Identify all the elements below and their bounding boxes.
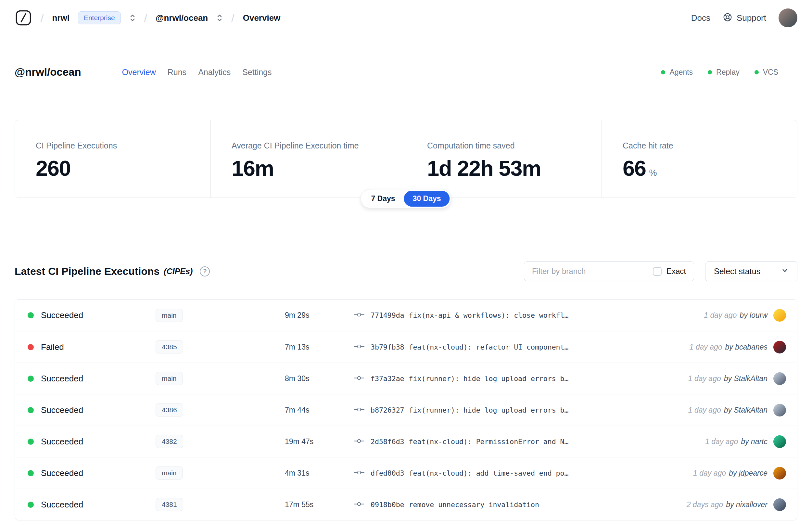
author: by jdpearce [729,469,767,478]
duration-label: 7m 44s [285,406,309,414]
table-row[interactable]: Failed 4385 7m 13s 3b79fb38feat(nx-cloud… [15,331,797,363]
user-avatar[interactable] [779,9,797,27]
breadcrumb-page: Overview [243,13,281,23]
tab-runs[interactable]: Runs [168,68,186,77]
exact-filter: Exact [645,261,694,281]
table-row[interactable]: Succeeded 4381 17m 55s 0918b0beremove un… [15,489,797,520]
branch-badge[interactable]: main [156,466,183,480]
commit-message[interactable]: b8726327fix(runner): hide log upload err… [371,406,568,414]
cipes-controls: Exact Select status [524,261,797,281]
table-row[interactable]: Succeeded 4382 19m 47s 2d58f6d3feat(nx-c… [15,425,797,457]
workspace-tabs: Overview Runs Analytics Settings [122,68,272,77]
status-dot [28,439,34,445]
duration-label: 9m 29s [285,311,309,319]
table-row[interactable]: Succeeded main 4m 31s dfed80d3feat(nx-cl… [15,457,797,489]
range-7-days-button[interactable]: 7 Days [362,191,404,207]
timestamp: 1 day ago [693,469,726,478]
status-select-label: Select status [714,267,760,276]
range-30-days-button[interactable]: 30 Days [404,191,450,207]
commit-message[interactable]: 2d58f6d3feat(nx-cloud): PermissionError … [371,438,568,446]
timestamp: 2 days ago [687,500,723,509]
timestamp: 1 day ago [688,406,721,415]
workspace-switcher-icon[interactable] [216,13,223,22]
author: by StalkAltan [724,406,767,415]
branch-badge[interactable]: main [156,372,183,385]
commit-hash: 3b79fb38 [371,343,404,351]
table-row[interactable]: Succeeded main 9m 29s 771499dafix(nx-api… [15,300,797,331]
commit-message[interactable]: 771499dafix(nx-api & workflows): close w… [371,311,568,319]
commit-message[interactable]: f37a32aefix(runner): hide log upload err… [371,375,568,383]
stat-computation-time-saved: Computation time saved 1d 22h 53m [406,120,601,197]
duration-label: 8m 30s [285,374,309,383]
status-label: Succeeded [41,310,83,320]
cipes-title: Latest CI Pipeline Executions [15,266,159,278]
commit-hash: 771499da [371,311,404,319]
branch-badge[interactable]: 4385 [156,341,183,354]
help-icon[interactable]: ? [200,266,210,276]
commit-message[interactable]: 0918b0beremove unnecessary invalidation [371,501,539,509]
avatar [773,404,786,417]
breadcrumb-separator: / [231,12,234,24]
tab-overview[interactable]: Overview [122,68,156,77]
workspace-header: @nrwl/ocean Overview Runs Analytics Sett… [15,66,797,78]
support-label: Support [737,13,766,23]
stat-unit: % [649,168,657,178]
table-row[interactable]: Succeeded main 8m 30s f37a32aefix(runner… [15,363,797,394]
service-replay[interactable]: Replay [708,68,739,77]
breadcrumb-org[interactable]: nrwl [52,13,69,23]
timestamp: 1 day ago [688,374,721,383]
service-vcs[interactable]: VCS [754,68,778,77]
branch-filter-input[interactable] [524,261,645,281]
status-dot-green [754,70,759,74]
commit-message-text: fix(runner): hide log upload errors b… [409,406,569,414]
org-switcher-icon[interactable] [129,13,136,22]
docs-link[interactable]: Docs [691,13,710,23]
status-select-dropdown[interactable]: Select status [705,261,797,281]
page-title: @nrwl/ocean [15,66,81,78]
exact-checkbox[interactable] [653,267,662,276]
table-row[interactable]: Succeeded 4386 7m 44s b8726327fix(runner… [15,394,797,425]
service-agents[interactable]: Agents [661,68,693,77]
status-label: Failed [41,342,64,352]
commit-message-text: fix(nx-api & workflows): close workfl… [409,311,569,319]
duration-label: 17m 55s [285,500,313,509]
author: by bcabanes [725,343,767,351]
avatar [773,309,786,321]
branch-badge[interactable]: 4382 [156,435,183,448]
stat-average-execution-time: Average CI Pipeline Execution time 16m [211,120,406,197]
author: by lourw [739,311,767,320]
git-commit-icon [354,470,364,476]
top-bar-actions: Docs Support [691,9,797,27]
git-commit-icon [354,407,364,413]
branch-badge[interactable]: 4381 [156,498,183,511]
commit-message[interactable]: dfed80d3feat(nx-cloud): add time-saved e… [371,469,568,477]
timestamp: 1 day ago [704,311,737,320]
git-commit-icon [354,312,364,318]
author: by StalkAltan [724,374,767,383]
status-dot [28,344,34,350]
nx-cloud-logo-icon[interactable] [15,9,32,27]
status-dot [28,376,34,382]
avatar [773,467,786,480]
support-link[interactable]: Support [723,12,766,24]
branch-badge[interactable]: main [156,309,183,322]
cipes-header: Latest CI Pipeline Executions (CIPEs) ? … [15,261,797,281]
timestamp: 1 day ago [690,343,722,351]
service-label: Replay [716,68,739,77]
git-commit-icon [354,344,364,350]
breadcrumb-workspace[interactable]: @nrwl/ocean [156,13,208,23]
status-label: Succeeded [41,437,83,447]
stat-value: 260 [36,155,71,181]
stat-ci-pipeline-executions: CI Pipeline Executions 260 [15,120,211,197]
commit-hash: 0918b0be [371,501,404,509]
status-label: Succeeded [41,468,83,478]
tab-settings[interactable]: Settings [242,68,272,77]
git-commit-icon [354,501,364,508]
duration-label: 4m 31s [285,469,309,477]
commit-message-text: fix(runner): hide log upload errors b… [409,375,569,383]
branch-badge[interactable]: 4386 [156,404,183,417]
tab-analytics[interactable]: Analytics [198,68,231,77]
avatar [773,372,786,385]
commit-hash: f37a32ae [371,375,404,383]
commit-message[interactable]: 3b79fb38feat(nx-cloud): refactor UI comp… [371,343,568,351]
